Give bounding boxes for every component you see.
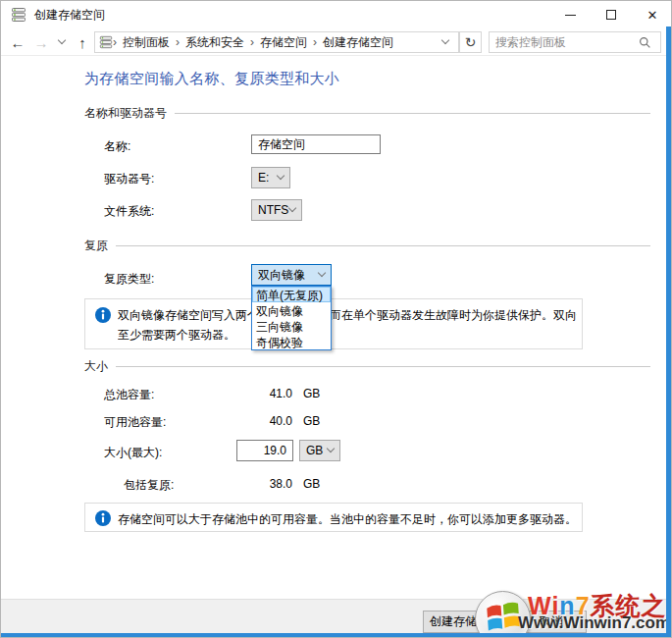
total-pool-capacity-unit: GB (303, 387, 320, 400)
section-header-name-drive: 名称和驱动器号 (84, 105, 650, 122)
navigation-bar: ← → ↑ › 控制面板 › 系统和安全 › 存储空间 › 创建存储空间 (1, 28, 672, 56)
including-resiliency-label: 包括复原: (124, 477, 174, 494)
drive-letter-value: E: (258, 171, 269, 185)
chevron-down-icon (277, 172, 284, 180)
search-icon[interactable] (639, 36, 651, 49)
total-pool-capacity-value: 41.0 (212, 387, 292, 400)
available-pool-capacity-label: 可用池容量: (104, 414, 166, 431)
window-border-bottom (1, 633, 672, 638)
window-border-right (666, 27, 671, 638)
resiliency-info-line2: 至少需要两个驱动器。 (118, 327, 235, 344)
file-system-value: NTFS (258, 203, 288, 217)
drive-letter-label: 驱动器号: (104, 171, 154, 187)
maximize-icon (606, 10, 616, 20)
file-system-label: 文件系统: (104, 203, 154, 220)
dropdown-option-two-way-mirror[interactable]: 双向镜像 (252, 302, 331, 318)
size-unit-select[interactable]: GB (299, 440, 340, 461)
section-rule (116, 245, 650, 246)
minimize-icon (565, 15, 576, 16)
resiliency-info-line1: 双向镜像存储空间写入两个数据副本，从而在单个驱动器发生故障时为你提供保护。双向镜… (118, 307, 577, 324)
chevron-down-icon (288, 204, 296, 212)
including-resiliency-value: 38.0 (212, 477, 292, 491)
chevron-down-icon (318, 269, 326, 277)
maximize-button[interactable] (591, 1, 632, 28)
close-button[interactable]: ✕ (632, 1, 672, 28)
section-rule (175, 113, 650, 114)
info-icon (95, 510, 111, 526)
up-button[interactable]: ↑ (72, 28, 93, 56)
watermark-url-text: Www.Winwin7.com (518, 613, 670, 633)
available-pool-capacity-unit: GB (303, 414, 320, 428)
breadcrumb-item-control-panel[interactable]: 控制面板 (117, 34, 176, 51)
size-info-text: 存储空间可以大于存储池中的可用容量。当池中的容量不足时，你可以添加更多驱动器。 (118, 511, 577, 528)
breadcrumb[interactable]: › 控制面板 › 系统和安全 › 存储空间 › 创建存储空间 (94, 31, 459, 53)
resiliency-info-box: 双向镜像存储空间写入两个数据副本，从而在单个驱动器发生故障时为你提供保护。双向镜… (84, 298, 583, 349)
section-header-resiliency: 复原 (84, 238, 650, 254)
storage-spaces-icon (11, 7, 26, 23)
size-info-box: 存储空间可以大于存储池中的可用容量。当池中的容量不足时，你可以添加更多驱动器。 (84, 503, 583, 532)
available-pool-capacity-value: 40.0 (212, 414, 292, 428)
history-dropdown-button[interactable] (54, 28, 70, 56)
window-title: 创建存储空间 (34, 7, 105, 24)
breadcrumb-item-system-security[interactable]: 系统和安全 (180, 34, 250, 51)
close-icon: ✕ (647, 8, 658, 23)
section-title: 大小 (84, 358, 108, 375)
breadcrumb-item-create-storage-space[interactable]: 创建存储空间 (317, 34, 399, 51)
refresh-button[interactable]: ↻ (459, 31, 482, 53)
breadcrumb-item-storage-spaces[interactable]: 存储空间 (254, 34, 313, 51)
page-title: 为存储空间输入名称、复原类型和大小 (84, 70, 339, 88)
dropdown-option-parity[interactable]: 奇偶校验 (252, 334, 331, 349)
create-storage-space-window: 创建存储空间 ✕ ← → ↑ › 控制面板 › 系统和安全 › (0, 0, 672, 638)
resiliency-type-select[interactable]: 双向镜像 (251, 264, 332, 286)
dropdown-option-simple[interactable]: 简单(无复原) (252, 287, 331, 302)
search-box (489, 31, 661, 53)
minimize-button[interactable] (549, 1, 591, 28)
refresh-icon: ↻ (465, 34, 477, 50)
file-system-select[interactable]: NTFS (251, 199, 302, 221)
chevron-down-icon (327, 445, 335, 452)
back-button[interactable]: ← (7, 28, 28, 56)
section-rule (116, 366, 650, 367)
name-input[interactable] (251, 134, 381, 154)
section-title: 名称和驱动器号 (84, 105, 167, 122)
resiliency-dropdown-list: 简单(无复原) 双向镜像 三向镜像 奇偶校验 (251, 286, 332, 350)
title-bar: 创建存储空间 ✕ (1, 1, 672, 28)
search-input[interactable] (495, 33, 639, 51)
forward-button[interactable]: → (30, 28, 52, 56)
breadcrumb-dropdown-chevron-icon[interactable] (441, 36, 449, 44)
section-title: 复原 (84, 238, 108, 254)
size-input[interactable] (236, 440, 293, 461)
total-pool-capacity-label: 总池容量: (104, 387, 154, 403)
size-maximum-label: 大小(最大): (104, 445, 162, 461)
dropdown-option-three-way-mirror[interactable]: 三向镜像 (252, 318, 331, 334)
windows-flag-icon (484, 598, 523, 637)
name-label: 名称: (104, 138, 130, 155)
including-resiliency-unit: GB (303, 477, 320, 491)
section-header-size: 大小 (84, 358, 650, 375)
resiliency-type-value: 双向镜像 (258, 267, 305, 284)
info-icon (95, 307, 111, 323)
drive-letter-select[interactable]: E: (251, 167, 290, 188)
location-storage-icon (99, 35, 113, 49)
resiliency-type-label: 复原类型: (104, 271, 154, 288)
size-unit-value: GB (306, 444, 323, 457)
chevron-down-icon (58, 36, 66, 44)
